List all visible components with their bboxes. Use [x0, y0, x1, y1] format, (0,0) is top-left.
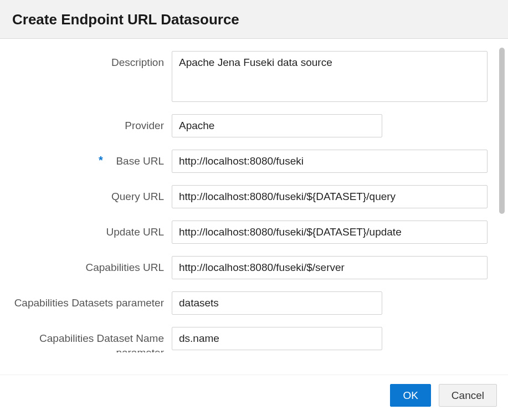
label-description: Description — [6, 51, 172, 70]
cap-datasets-param-input[interactable] — [172, 291, 382, 315]
required-star-icon: * — [99, 153, 103, 168]
cancel-button[interactable]: Cancel — [439, 384, 497, 407]
label-base-url-text: Base URL — [116, 155, 164, 167]
scrollbar-thumb[interactable] — [499, 48, 505, 214]
row-provider: Provider — [6, 114, 490, 137]
row-cap-datasets-param: Capabilities Datasets parameter — [6, 291, 490, 315]
label-update-url: Update URL — [6, 221, 172, 239]
label-cap-dataset-name-param: Capabilities Dataset Name parameter — [6, 327, 172, 352]
create-endpoint-dialog: Create Endpoint URL Datasource Descripti… — [0, 0, 508, 420]
base-url-input[interactable] — [172, 150, 488, 173]
cap-dataset-name-param-input[interactable] — [172, 327, 382, 350]
label-base-url: * Base URL — [6, 150, 172, 168]
dialog-footer: OK Cancel — [0, 375, 508, 420]
query-url-input[interactable] — [172, 185, 488, 208]
update-url-input[interactable] — [172, 221, 488, 244]
row-capabilities-url: Capabilities URL — [6, 256, 490, 279]
scrollbar-track[interactable] — [499, 48, 505, 264]
capabilities-url-input[interactable] — [172, 256, 488, 279]
label-capabilities-url: Capabilities URL — [6, 256, 172, 275]
row-query-url: Query URL — [6, 185, 490, 208]
provider-input[interactable] — [172, 114, 382, 137]
label-cap-datasets-param: Capabilities Datasets parameter — [6, 291, 172, 310]
dialog-body: Description Provider * Base URL — [0, 39, 508, 375]
ok-button[interactable]: OK — [390, 384, 430, 407]
row-update-url: Update URL — [6, 221, 490, 244]
row-base-url: * Base URL — [6, 150, 490, 173]
form-area: Description Provider * Base URL — [0, 39, 496, 375]
dialog-title: Create Endpoint URL Datasource — [12, 11, 496, 28]
row-cap-dataset-name-param: Capabilities Dataset Name parameter — [6, 327, 490, 352]
label-provider: Provider — [6, 114, 172, 133]
row-description: Description — [6, 51, 490, 102]
dialog-header: Create Endpoint URL Datasource — [0, 0, 508, 39]
label-query-url: Query URL — [6, 185, 172, 204]
description-textarea[interactable] — [172, 51, 488, 102]
